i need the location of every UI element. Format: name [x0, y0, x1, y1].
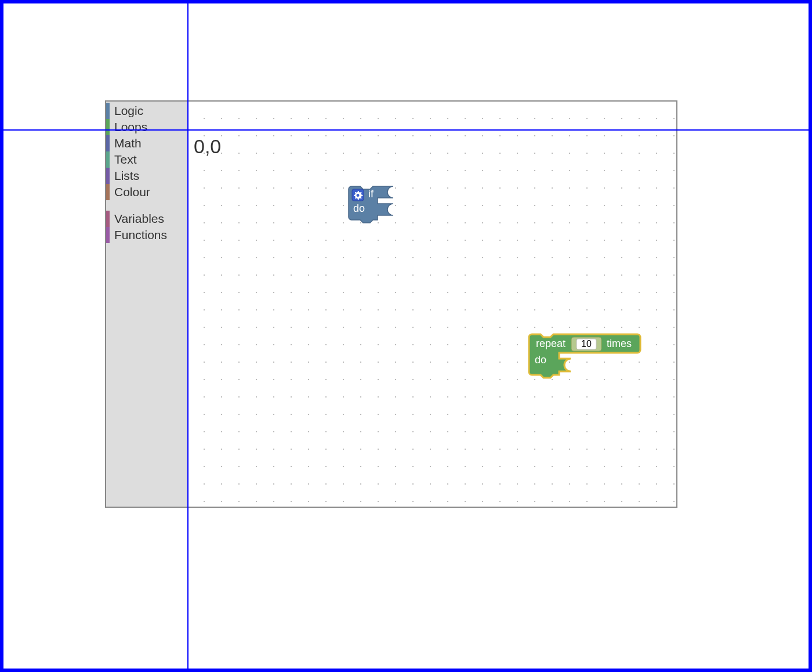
times-label: times — [607, 338, 632, 349]
dot-grid — [187, 102, 676, 507]
viewport: LogicLoopsMathTextListsColourVariablesFu… — [0, 0, 812, 672]
origin-label: 0,0 — [194, 135, 221, 158]
toolbox-item-label: Loops — [114, 120, 147, 134]
if-label: if — [368, 188, 374, 200]
category-color-swatch — [106, 184, 110, 200]
category-color-swatch — [106, 227, 110, 243]
toolbox-item-label: Lists — [114, 169, 139, 183]
toolbox-item-colour[interactable]: Colour — [106, 184, 187, 200]
toolbox-item-label: Logic — [114, 104, 143, 118]
number-value[interactable]: 10 — [581, 339, 592, 349]
do-label: do — [535, 354, 546, 366]
toolbox-item-text[interactable]: Text — [106, 151, 187, 168]
toolbox-item-functions[interactable]: Functions — [106, 227, 187, 243]
canvas[interactable]: 0,0 if do repe — [187, 102, 676, 507]
gear-icon[interactable] — [352, 189, 364, 201]
repeat-block[interactable]: repeat 10 times do — [529, 334, 651, 386]
toolbox-item-variables[interactable]: Variables — [106, 211, 187, 227]
do-label: do — [353, 203, 365, 214]
if-block[interactable]: if do — [349, 186, 418, 233]
repeat-label: repeat — [536, 338, 566, 349]
toolbox-item-label: Text — [114, 153, 137, 167]
toolbox[interactable]: LogicLoopsMathTextListsColourVariablesFu… — [106, 102, 187, 507]
toolbox-item-lists[interactable]: Lists — [106, 168, 187, 184]
toolbox-item-label: Functions — [114, 228, 167, 242]
category-color-swatch — [106, 211, 110, 227]
toolbox-item-math[interactable]: Math — [106, 135, 187, 151]
toolbox-item-loops[interactable]: Loops — [106, 119, 187, 135]
crosshair-vertical — [187, 3, 188, 669]
toolbox-item-label: Math — [114, 136, 142, 150]
category-color-swatch — [106, 119, 110, 135]
toolbox-item-label: Colour — [114, 185, 150, 199]
category-color-swatch — [106, 151, 110, 168]
crosshair-horizontal — [3, 129, 809, 131]
category-color-swatch — [106, 168, 110, 184]
category-color-swatch — [106, 135, 110, 151]
category-color-swatch — [106, 103, 110, 119]
toolbox-item-logic[interactable]: Logic — [106, 103, 187, 119]
blockly-workspace: LogicLoopsMathTextListsColourVariablesFu… — [105, 100, 677, 508]
toolbox-item-label: Variables — [114, 212, 164, 226]
